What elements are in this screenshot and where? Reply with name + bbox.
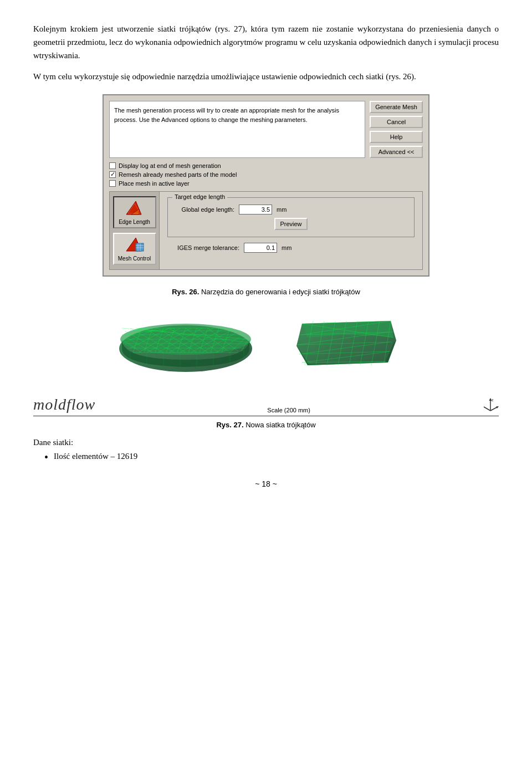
mesh-image-left: [114, 307, 258, 379]
cancel-button[interactable]: Cancel: [370, 116, 423, 128]
dialog-checkboxes: Display log at end of mesh generation Re…: [109, 162, 423, 187]
bullet-item-elements: • Ilość elementów – 12619: [44, 452, 499, 463]
svg-rect-4: [136, 243, 144, 251]
checkbox-place-mesh[interactable]: Place mesh in active layer: [109, 180, 423, 187]
axis-icon: z: [482, 397, 499, 413]
mesh-dialog: The mesh generation process will try to …: [103, 94, 429, 277]
tool-sidebar: Edge Length Mesh Control: [110, 192, 160, 269]
page-number: ~ 18 ~: [33, 479, 499, 488]
checkbox-remesh-box[interactable]: [109, 171, 116, 178]
bullet-dot: •: [44, 452, 48, 463]
mesh-control-icon: [124, 234, 146, 254]
mesh-images-section: [33, 307, 499, 379]
mesh-control-tool[interactable]: Mesh Control: [113, 233, 156, 265]
global-edge-unit: mm: [277, 206, 287, 213]
iges-label: IGES merge tolerance:: [167, 244, 239, 251]
iges-unit: mm: [282, 244, 291, 251]
edge-length-icon: [124, 198, 146, 218]
dialog-buttons: Generate Mesh Cancel Help Advanced <<: [370, 101, 423, 158]
help-button[interactable]: Help: [370, 131, 423, 143]
advanced-right-panel: Target edge length Global edge length: m…: [160, 192, 422, 269]
moldflow-logo: moldflow: [33, 396, 95, 413]
global-edge-input[interactable]: [239, 205, 272, 214]
iges-row: IGES merge tolerance: mm: [167, 243, 415, 253]
svg-text:z: z: [492, 398, 494, 402]
fig27-caption: Rys. 27. Nowa siatka trójkątów: [33, 421, 499, 429]
dane-siatki-title: Dane siatki:: [33, 438, 499, 447]
global-edge-row: Global edge length: mm: [173, 205, 408, 214]
edge-length-label: Edge Length: [119, 219, 150, 225]
checkbox-place-mesh-box[interactable]: [109, 180, 116, 187]
fig26-caption: Rys. 26. Narzędzia do generowania i edyc…: [33, 288, 499, 296]
target-edge-legend: Target edge length: [172, 193, 227, 200]
mesh-image-right: [274, 307, 418, 379]
bullet-elements-text: Ilość elementów – 12619: [54, 452, 137, 461]
target-edge-length-group: Target edge length Global edge length: m…: [167, 197, 415, 237]
moldflow-row: moldflow Scale (200 mm) z: [33, 396, 499, 416]
svg-line-85: [484, 407, 490, 411]
bottom-area: moldflow Scale (200 mm) z: [33, 396, 499, 416]
checkbox-remesh[interactable]: Remesh already meshed parts of the model: [109, 171, 423, 178]
checkbox-display-log-label: Display log at end of mesh generation: [119, 162, 221, 169]
paragraph-1: Kolejnym krokiem jest utworzenie siatki …: [33, 22, 499, 62]
dialog-description: The mesh generation process will try to …: [109, 101, 365, 158]
preview-button[interactable]: Preview: [274, 218, 307, 230]
checkbox-display-log[interactable]: Display log at end of mesh generation: [109, 162, 423, 169]
fig26-description: Narzędzia do generowania i edycji siatki…: [201, 288, 360, 296]
scale-label: Scale (200 mm): [267, 407, 310, 413]
fig27-description: Nowa siatka trójkątów: [245, 421, 315, 429]
checkbox-place-mesh-label: Place mesh in active layer: [119, 180, 190, 187]
generate-mesh-button[interactable]: Generate Mesh: [370, 101, 423, 113]
advanced-panel: Edge Length Mesh Control Target edge len…: [109, 191, 423, 270]
mesh-svg-right: [274, 307, 418, 379]
paragraph-2: W tym celu wykorzystuje się odpowiednie …: [33, 70, 499, 83]
checkbox-remesh-label: Remesh already meshed parts of the model: [119, 171, 237, 178]
mesh-control-label: Mesh Control: [118, 256, 151, 262]
mesh-svg-left: [114, 307, 258, 379]
checkbox-display-log-box[interactable]: [109, 162, 116, 169]
fig27-number: Rys. 27.: [216, 421, 243, 429]
advanced-button[interactable]: Advanced <<: [370, 146, 423, 158]
dane-siatki-section: Dane siatki: • Ilość elementów – 12619: [33, 438, 499, 463]
edge-length-tool[interactable]: Edge Length: [113, 196, 156, 228]
fig26-number: Rys. 26.: [172, 288, 199, 296]
global-edge-label: Global edge length:: [173, 206, 234, 213]
iges-input[interactable]: [244, 243, 277, 253]
